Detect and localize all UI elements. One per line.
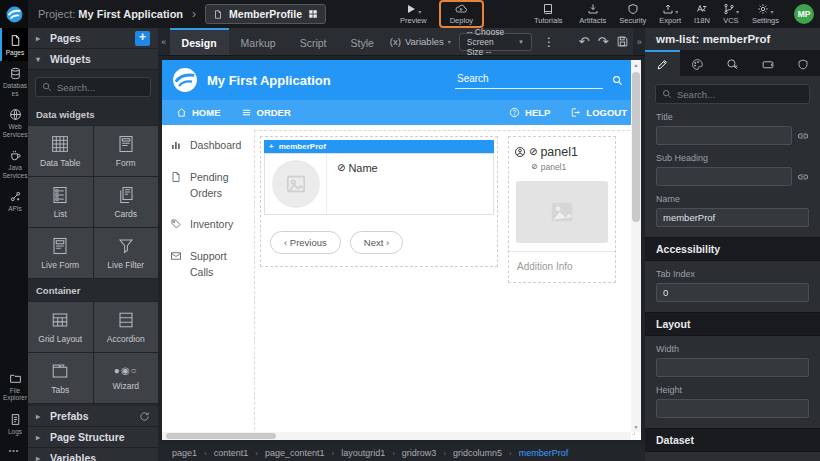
save-button[interactable]: [616, 35, 629, 48]
nav-item-help[interactable]: HELP: [509, 107, 550, 118]
side-nav-dashboard[interactable]: Dashboard: [170, 138, 246, 154]
breadcrumb-item[interactable]: gridrow3: [402, 448, 437, 458]
canvas-grid-column[interactable]: + memberProf ⊘ Name: [254, 130, 635, 435]
previous-page-button[interactable]: ‹ Previous: [270, 231, 341, 254]
sidebar-item-web-services[interactable]: Web Services: [0, 102, 28, 143]
sidebar-item-logs[interactable]: Logs: [0, 407, 28, 440]
pages-section-header[interactable]: ▸ Pages +: [28, 28, 158, 49]
tab-devices[interactable]: [750, 50, 785, 76]
list-item-template[interactable]: ⊘ Name: [264, 153, 494, 215]
widget-tile-wizard[interactable]: ●◉○ Wizard: [94, 353, 159, 403]
page-tab-memberprofile[interactable]: MemberProfile: [205, 4, 326, 24]
name-input[interactable]: [656, 208, 809, 227]
next-page-button[interactable]: Next ›: [350, 231, 403, 254]
design-canvas[interactable]: My First Application Search HOME ORDER H…: [162, 60, 641, 440]
scrollbar-thumb[interactable]: [166, 433, 276, 439]
security-button[interactable]: Security: [619, 3, 646, 25]
widget-tile-cards[interactable]: Cards: [94, 177, 159, 227]
sidebar-item-pages[interactable]: Pages: [0, 28, 28, 61]
side-nav-inventory[interactable]: Inventory: [170, 217, 246, 233]
chevron-down-icon[interactable]: ▾: [675, 8, 678, 15]
user-avatar[interactable]: MP: [794, 4, 814, 24]
undo-button[interactable]: ↶: [579, 35, 590, 48]
tab-markup[interactable]: Markup: [229, 28, 288, 55]
panel-title-row[interactable]: ⊘ panel1: [514, 145, 610, 159]
widget-search-input[interactable]: Search...: [35, 77, 151, 97]
scroll-down-icon[interactable]: ▼: [631, 424, 641, 430]
nav-item-order[interactable]: ORDER: [241, 107, 291, 118]
bind-link-icon[interactable]: [797, 171, 809, 183]
widget-tile-tabs[interactable]: Tabs: [28, 353, 93, 403]
chevron-down-icon[interactable]: ▾: [736, 8, 739, 15]
preview-button[interactable]: ▾ Preview: [400, 3, 427, 25]
canvas-horizontal-scrollbar[interactable]: [162, 432, 631, 440]
vcs-button[interactable]: ▾ VCS: [723, 3, 739, 25]
breadcrumb-item[interactable]: page_content1: [265, 448, 325, 458]
breadcrumb-item[interactable]: layoutgrid1: [341, 448, 385, 458]
widget-tile-live-form[interactable]: Live Form: [28, 228, 93, 278]
tab-properties[interactable]: [645, 50, 680, 76]
canvas-app-header[interactable]: My First Application Search: [162, 60, 641, 100]
sidebar-item-java-services[interactable]: Java Services: [0, 143, 28, 184]
page-structure-section-header[interactable]: ▸ Page Structure: [28, 427, 158, 448]
chevron-down-icon[interactable]: ▾: [418, 8, 421, 15]
panel1-widget[interactable]: ⊘ panel1 ⊘ panel1 Addition Info: [508, 136, 616, 283]
panel-footer-label[interactable]: Addition Info: [514, 252, 610, 282]
chevron-down-icon[interactable]: ▾: [770, 8, 773, 15]
widget-tile-live-filter[interactable]: Live Filter: [94, 228, 159, 278]
collapse-right-panel-button[interactable]: »: [633, 28, 645, 55]
dashboard-grid-icon[interactable]: [308, 9, 318, 19]
breadcrumb-item[interactable]: content1: [214, 448, 249, 458]
panel-subtitle-row[interactable]: ⊘ panel1: [531, 162, 610, 172]
sidebar-item-file-explorer[interactable]: File Explorer: [0, 366, 28, 407]
tab-index-input[interactable]: [656, 283, 809, 302]
deploy-button[interactable]: Deploy: [450, 3, 473, 25]
breadcrumb-item[interactable]: gridcolumn5: [453, 448, 502, 458]
widget-tile-accordion[interactable]: Accordion: [94, 302, 159, 352]
widget-tile-grid-layout[interactable]: Grid Layout: [28, 302, 93, 352]
canvas-search-input[interactable]: Search: [455, 71, 603, 89]
tab-style[interactable]: Style: [338, 28, 385, 55]
variables-section-header[interactable]: ▸ Variables: [28, 448, 158, 461]
prefabs-section-header[interactable]: ▸ Prefabs: [28, 406, 158, 427]
redo-button[interactable]: ↷: [598, 35, 609, 48]
list-name-label[interactable]: ⊘ Name: [327, 154, 388, 214]
tab-security[interactable]: [785, 50, 820, 76]
sidebar-item-databases[interactable]: Databases: [0, 61, 28, 102]
move-handle-icon[interactable]: +: [269, 142, 274, 151]
selected-widget-tag[interactable]: + memberProf: [264, 140, 494, 153]
variables-dropdown[interactable]: (x) Variables ▾: [390, 36, 451, 47]
tab-events[interactable]: [715, 50, 750, 76]
tab-design[interactable]: Design: [170, 28, 229, 55]
breadcrumb-item-active[interactable]: memberProf: [519, 448, 569, 458]
scrollbar-thumb[interactable]: [632, 72, 640, 222]
nav-item-home[interactable]: HOME: [176, 107, 221, 118]
scroll-up-icon[interactable]: ▲: [631, 62, 641, 68]
canvas-vertical-scrollbar[interactable]: ▲ ▼: [631, 60, 641, 432]
bind-link-icon[interactable]: [797, 130, 809, 142]
screen-size-select[interactable]: -- Choose Screen Size -- ▼: [459, 33, 532, 51]
memberprof-list-widget[interactable]: + memberProf ⊘ Name: [260, 136, 498, 267]
panel-image-placeholder[interactable]: [516, 181, 608, 243]
image-placeholder-icon[interactable]: [272, 160, 320, 208]
export-button[interactable]: ▾ Export: [659, 3, 681, 25]
collapse-left-panel-button[interactable]: «: [158, 28, 170, 55]
add-page-button[interactable]: +: [135, 31, 150, 46]
sidebar-item-apis[interactable]: APIs: [0, 184, 28, 217]
more-icon[interactable]: •••: [0, 440, 28, 461]
canvas-app-title[interactable]: My First Application: [207, 73, 331, 88]
side-nav-pending-orders[interactable]: Pending Orders: [170, 170, 246, 202]
side-nav-support-calls[interactable]: Support Calls: [170, 249, 246, 281]
widget-tile-data-table[interactable]: Data Table: [28, 126, 93, 176]
widgets-section-header[interactable]: ▾ Widgets: [28, 49, 158, 70]
width-input[interactable]: [656, 358, 809, 377]
tab-styles[interactable]: [680, 50, 715, 76]
height-input[interactable]: [656, 399, 809, 418]
search-icon[interactable]: [612, 75, 623, 86]
settings-button[interactable]: ▾ Settings: [752, 3, 779, 25]
i18n-button[interactable]: I18N: [694, 3, 710, 25]
more-menu-icon[interactable]: ⋮: [540, 35, 558, 49]
tutorials-button[interactable]: Tutorials: [534, 3, 562, 25]
breadcrumb-item[interactable]: page1: [172, 448, 197, 458]
tab-script[interactable]: Script: [288, 28, 339, 55]
